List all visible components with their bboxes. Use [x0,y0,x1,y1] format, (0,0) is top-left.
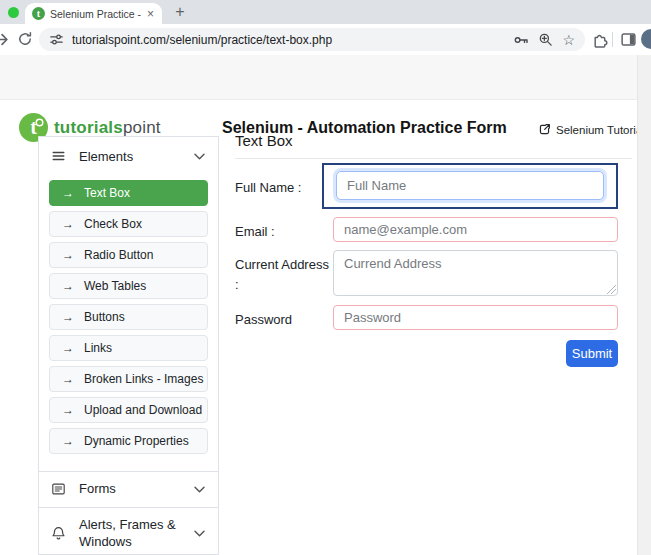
sidebar-item-broken-links-images[interactable]: → Broken Links - Images [49,366,208,392]
chevron-down-icon [193,529,206,538]
main-content: Text Box Full Name : Email : Current Add… [235,124,632,367]
sidebar-section-label: Elements [79,149,133,164]
tab-close-icon[interactable]: × [146,8,155,20]
bookmark-star-icon[interactable]: ☆ [562,33,575,47]
reload-icon[interactable] [17,31,33,47]
arrow-right-icon: → [62,279,74,293]
current-address-row: Current Address : [235,250,632,296]
heading-divider [235,158,632,159]
browser-tab[interactable]: t Selenium Practice - Text Box × [25,3,162,24]
sidebar: Elements → Text Box → Check Box → Radio … [38,136,219,555]
content-heading: Text Box [235,124,632,149]
sidebar-item-upload-and-download[interactable]: → Upload and Download [49,397,208,423]
arrow-right-icon: → [62,341,74,355]
sidebar-item-text-box[interactable]: → Text Box [49,180,208,206]
url-text[interactable]: tutorialspoint.com/selenium/practice/tex… [72,33,505,47]
address-bar[interactable]: tutorialspoint.com/selenium/practice/tex… [39,28,585,51]
profile-avatar[interactable] [641,29,651,49]
password-row: Password [235,305,632,330]
sidebar-section-alerts-frames-windows[interactable]: Alerts, Frames & Windows [39,507,218,555]
email-row: Email : [235,217,632,242]
forward-icon[interactable] [0,31,9,48]
arrow-right-icon: → [62,217,74,231]
site-header: t tutorialspoint Selenium - Automation P… [0,55,651,100]
site-settings-icon[interactable] [49,32,64,47]
submit-button[interactable]: Submit [566,340,618,367]
sidebar-section-elements[interactable]: Elements [39,137,218,175]
forms-icon [51,482,66,496]
browser-toolbar: tutorialspoint.com/selenium/practice/tex… [0,24,651,55]
chevron-down-icon [193,152,206,161]
hamburger-icon [51,149,66,163]
sidebar-item-links[interactable]: → Links [49,335,208,361]
logo-dot [37,120,42,125]
tab-strip: t Selenium Practice - Text Box × + [0,0,651,24]
arrow-right-icon: → [62,186,74,200]
current-address-textarea[interactable] [333,250,618,296]
sidebar-section-label: Forms [79,481,183,498]
tab-title: Selenium Practice - Text Box [50,8,141,20]
current-address-label: Current Address : [235,250,333,296]
logo-wordmark: tutorialspoint [54,118,161,138]
arrow-right-icon: → [62,434,74,448]
arrow-right-icon: → [62,372,74,386]
email-input[interactable] [333,217,618,242]
full-name-label: Full Name : [235,163,333,209]
full-name-input[interactable] [336,171,604,200]
sidebar-item-dynamic-properties[interactable]: → Dynamic Properties [49,428,208,454]
page-scrollbar[interactable] [637,55,651,555]
side-panel-icon[interactable] [620,31,637,48]
arrow-right-icon: → [62,248,74,262]
password-input[interactable] [333,305,618,330]
sidebar-item-web-tables[interactable]: → Web Tables [49,273,208,299]
password-label: Password [235,305,333,330]
tutorialspoint-favicon-icon: t [32,7,45,20]
email-label: Email : [235,217,333,242]
new-tab-button[interactable]: + [171,2,189,22]
zoom-icon[interactable] [538,32,553,47]
sidebar-section-label: Alerts, Frames & Windows [79,517,183,551]
submit-row: Submit [235,340,632,367]
arrow-right-icon: → [62,310,74,324]
sidebar-item-buttons[interactable]: → Buttons [49,304,208,330]
sidebar-nav-list: → Text Box → Check Box → Radio Button → … [39,175,218,471]
browser-window: t Selenium Practice - Text Box × + tutor… [0,0,651,555]
element-highlight-box [322,163,618,209]
sidebar-section-forms[interactable]: Forms [39,471,218,507]
arrow-right-icon: → [62,403,74,417]
bell-icon [51,526,66,541]
chevron-down-icon [193,485,206,494]
extensions-icon[interactable] [592,31,609,48]
macos-green-traffic-light[interactable] [8,7,19,18]
toolbar-divider [612,32,613,47]
sidebar-item-radio-button[interactable]: → Radio Button [49,242,208,268]
password-key-icon[interactable] [513,32,529,48]
full-name-row: Full Name : [235,163,632,209]
sidebar-item-check-box[interactable]: → Check Box [49,211,208,237]
